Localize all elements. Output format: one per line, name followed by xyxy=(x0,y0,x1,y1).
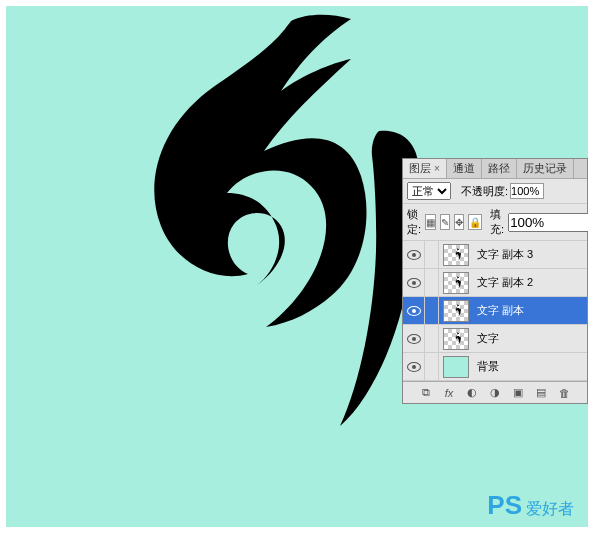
artwork-shape xyxy=(116,11,426,431)
layer-thumb[interactable] xyxy=(439,270,473,296)
adjustment-layer-icon[interactable]: ◑ xyxy=(488,386,502,400)
layers-panel: 图层× 通道 路径 历史记录 正常 不透明度: 锁定: ▦ ✎ ✥ 🔒 xyxy=(402,158,588,404)
fill-input[interactable] xyxy=(508,213,588,232)
brand-logo: PS xyxy=(487,490,522,521)
panel-tabs: 图层× 通道 路径 历史记录 xyxy=(403,159,587,179)
layer-row[interactable]: 文字 副本 3 xyxy=(403,241,587,269)
layer-style-icon[interactable]: fx xyxy=(442,386,456,400)
tab-history[interactable]: 历史记录 xyxy=(517,159,574,178)
opacity-input[interactable] xyxy=(510,183,544,199)
new-layer-icon[interactable]: ▤ xyxy=(534,386,548,400)
link-layers-icon[interactable]: ⧉ xyxy=(419,386,433,400)
eye-icon xyxy=(407,278,421,288)
visibility-toggle[interactable] xyxy=(403,241,425,269)
layer-name[interactable]: 文字 副本 3 xyxy=(473,247,533,262)
layers-list: 文字 副本 3 文字 副本 2 文字 副本 xyxy=(403,241,587,381)
brand-watermark: PS 爱好者 xyxy=(487,490,574,521)
layer-row[interactable]: 文字 副本 2 xyxy=(403,269,587,297)
visibility-toggle[interactable] xyxy=(403,353,425,381)
new-group-icon[interactable]: ▣ xyxy=(511,386,525,400)
layer-row[interactable]: 文字 xyxy=(403,325,587,353)
layer-name[interactable]: 文字 副本 2 xyxy=(473,275,533,290)
visibility-toggle[interactable] xyxy=(403,297,425,325)
layer-mask-icon[interactable]: ◐ xyxy=(465,386,479,400)
eye-icon xyxy=(407,334,421,344)
link-col xyxy=(425,325,439,353)
layer-thumb[interactable] xyxy=(439,242,473,268)
blend-mode-select[interactable]: 正常 xyxy=(407,182,451,200)
link-col xyxy=(425,353,439,381)
lock-label: 锁定: xyxy=(407,207,421,237)
lock-row: 锁定: ▦ ✎ ✥ 🔒 填充: xyxy=(403,204,587,241)
eye-icon xyxy=(407,362,421,372)
layer-name[interactable]: 文字 副本 xyxy=(473,303,524,318)
document-canvas[interactable]: www.68ps.com 图层× 通道 路径 历史记录 正常 不透明度: 锁定:… xyxy=(6,6,588,527)
panel-footer: ⧉ fx ◐ ◑ ▣ ▤ 🗑 xyxy=(403,381,587,403)
delete-layer-icon[interactable]: 🗑 xyxy=(557,386,571,400)
layer-thumb[interactable] xyxy=(439,354,473,380)
opacity-label: 不透明度: xyxy=(461,184,508,199)
fill-label: 填充: xyxy=(490,207,504,237)
blend-row: 正常 不透明度: xyxy=(403,179,587,204)
layer-name[interactable]: 文字 xyxy=(473,331,499,346)
layer-thumb[interactable] xyxy=(439,326,473,352)
close-icon[interactable]: × xyxy=(434,163,440,174)
layer-thumb[interactable] xyxy=(439,298,473,324)
layer-row[interactable]: 背景 xyxy=(403,353,587,381)
link-col xyxy=(425,241,439,269)
link-col xyxy=(425,269,439,297)
eye-icon xyxy=(407,306,421,316)
eye-icon xyxy=(407,250,421,260)
tab-layers[interactable]: 图层× xyxy=(403,159,447,178)
layer-name[interactable]: 背景 xyxy=(473,359,499,374)
layer-row[interactable]: 文字 副本 xyxy=(403,297,587,325)
brand-tag: 爱好者 xyxy=(526,499,574,520)
lock-move-icon[interactable]: ✥ xyxy=(454,214,464,230)
link-col xyxy=(425,297,439,325)
lock-all-icon[interactable]: 🔒 xyxy=(468,214,482,230)
app-viewport: www.68ps.com 图层× 通道 路径 历史记录 正常 不透明度: 锁定:… xyxy=(0,0,594,533)
visibility-toggle[interactable] xyxy=(403,269,425,297)
tab-paths[interactable]: 路径 xyxy=(482,159,517,178)
lock-paint-icon[interactable]: ✎ xyxy=(440,214,450,230)
tab-channels[interactable]: 通道 xyxy=(447,159,482,178)
tab-layers-label: 图层 xyxy=(409,161,431,176)
lock-transparency-icon[interactable]: ▦ xyxy=(425,214,436,230)
visibility-toggle[interactable] xyxy=(403,325,425,353)
